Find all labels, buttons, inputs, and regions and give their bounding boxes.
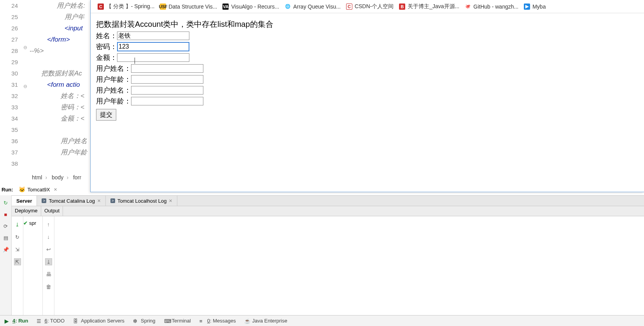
run-tabs: Server>Tomcat Catalina Log✕>Tomcat Local…: [12, 195, 644, 206]
bookmark-icon: 🐙: [465, 4, 471, 10]
bookmark-icon: B: [399, 4, 405, 10]
pin-icon[interactable]: 📌: [2, 246, 9, 253]
status-spring[interactable]: ❇Spring: [133, 318, 156, 324]
output-toolbar: ↑ ↓ ↩ ⤓ 🖶 🗑: [43, 216, 54, 315]
text-input-0[interactable]: [117, 32, 189, 40]
status-appsrv[interactable]: 🗄Application Servers: [73, 318, 124, 324]
check-icon: ✔: [23, 220, 28, 226]
field-label: 姓名：: [96, 30, 117, 41]
output-tab[interactable]: Output: [41, 206, 63, 216]
text-input-4[interactable]: [131, 75, 203, 84]
page-heading: 把数据封装Account类中，类中存在list和map的集合: [96, 19, 640, 30]
text-input-3[interactable]: [131, 64, 203, 73]
bookmark-icon: 🌐: [285, 4, 291, 10]
fold-icon[interactable]: ⊖: [23, 45, 27, 50]
submit-button[interactable]: 提交: [96, 109, 116, 121]
bookmark-item[interactable]: 🐙GitHub - wangzh...: [463, 4, 520, 10]
run-config-tab[interactable]: 🐱 Tomcat9X ✕: [19, 186, 58, 193]
field-label: 用户姓名：: [96, 63, 131, 74]
restart-icon[interactable]: ⟳: [2, 223, 9, 230]
fold-icon[interactable]: ⊖: [23, 84, 27, 89]
log-icon: >: [110, 198, 115, 203]
deployment-tab[interactable]: Deployme: [12, 206, 41, 216]
messages-icon: ≡: [200, 318, 205, 324]
output-area: [54, 216, 644, 315]
text-input-2[interactable]: [117, 53, 189, 62]
appsrv-icon: 🗄: [73, 318, 79, 324]
expand-icon[interactable]: ⇲: [14, 246, 21, 253]
field-label: 用户年龄：: [96, 74, 131, 85]
field-label: 密码：: [96, 41, 117, 52]
close-icon[interactable]: ✕: [169, 198, 172, 203]
run-side-toolbar: ↻ ■ ⟳ ▤ 📌: [0, 195, 12, 315]
line-gutter: 242526272829303132333435363738: [0, 0, 23, 171]
text-input-5[interactable]: [131, 86, 203, 95]
status-bar: ▶4: Run☰6: TODO🗄Application Servers❇Spri…: [0, 315, 644, 326]
field-label: 用户姓名：: [96, 85, 131, 96]
deploy-output-row: Deployme Output: [12, 206, 644, 216]
status-run[interactable]: ▶4: Run: [5, 318, 28, 324]
browser-page: 把数据封装Account类中，类中存在list和map的集合 姓名：密码：金额：…: [91, 13, 644, 124]
close-icon[interactable]: ✕: [97, 198, 101, 203]
field-label: 用户年龄：: [96, 96, 131, 107]
run-tab[interactable]: >Tomcat Localhost Log✕: [106, 196, 177, 206]
status-terminal[interactable]: ⌨Terminal: [164, 318, 191, 324]
bookmark-item[interactable]: USFData Structure Vis...: [158, 4, 219, 10]
todo-icon: ☰: [37, 318, 42, 324]
bookmark-item[interactable]: CCSDN-个人空间: [345, 3, 395, 10]
run-tab[interactable]: Server: [12, 196, 37, 206]
bookmark-item[interactable]: 🌐Array Queue Visu...: [283, 4, 342, 10]
trash-icon[interactable]: 🗑: [45, 283, 52, 290]
deploy-icon[interactable]: ⤓: [14, 221, 21, 228]
wrap-icon[interactable]: ↩: [45, 246, 52, 253]
deploy-toolbar: ⤓ ↻ ⇲ ⇱: [12, 216, 23, 315]
print-icon[interactable]: 🖶: [45, 271, 52, 278]
run-tab[interactable]: >Tomcat Catalina Log✕: [37, 196, 106, 206]
javaee-icon: ☕: [244, 318, 250, 324]
run-label: Run:: [2, 187, 13, 193]
stop-icon[interactable]: ■: [2, 211, 9, 218]
artifact-column: ✔spr: [23, 216, 43, 315]
browser-window: C【 分类 】- Spring...USFData Structure Vis.…: [90, 0, 644, 192]
bookmark-item[interactable]: VAVisuAlgo - Recurs...: [221, 4, 280, 10]
status-messages[interactable]: ≡0: Messages: [200, 318, 236, 324]
status-javaee[interactable]: ☕Java Enterprise: [244, 318, 287, 324]
terminal-icon: ⌨: [164, 318, 170, 324]
bookmark-item[interactable]: ▶Myba: [522, 4, 547, 10]
close-icon[interactable]: ✕: [54, 187, 57, 192]
bookmark-icon: VA: [222, 4, 229, 10]
text-input-1[interactable]: [117, 42, 189, 51]
bookmark-icon: USF: [160, 4, 166, 10]
log-icon: >: [42, 198, 46, 203]
text-input-6[interactable]: [131, 97, 203, 105]
code-lines: 用户姓名:用户年<input</form>--%>把数据封装Ac<form ac…: [26, 0, 87, 171]
breadcrumb[interactable]: html› body› forr: [32, 174, 81, 181]
down-icon[interactable]: ↓: [45, 233, 52, 240]
collapse-icon[interactable]: ⇱: [14, 258, 21, 265]
spring-icon: ❇: [133, 318, 138, 324]
up-icon[interactable]: ↑: [45, 221, 52, 228]
run-icon: ▶: [5, 318, 10, 324]
bookmark-icon: ▶: [524, 4, 530, 10]
scroll-icon[interactable]: ⤓: [45, 258, 52, 265]
bookmark-bar: C【 分类 】- Spring...USFData Structure Vis.…: [91, 0, 644, 13]
layout-icon[interactable]: ▤: [2, 234, 9, 241]
status-todo[interactable]: ☰6: TODO: [37, 318, 65, 324]
bookmark-item[interactable]: B关于博主_Java开源...: [397, 3, 461, 10]
text-cursor: [135, 58, 135, 64]
field-label: 金额：: [96, 52, 117, 63]
tomcat-icon: 🐱: [19, 186, 25, 193]
bookmark-icon: C: [98, 4, 104, 10]
run-bar: Run: 🐱 Tomcat9X ✕: [0, 185, 644, 194]
bookmark-item[interactable]: C【 分类 】- Spring...: [96, 3, 156, 10]
rerun-icon[interactable]: ↻: [2, 199, 9, 206]
refresh-icon[interactable]: ↻: [14, 233, 21, 240]
bookmark-icon: C: [346, 4, 352, 10]
